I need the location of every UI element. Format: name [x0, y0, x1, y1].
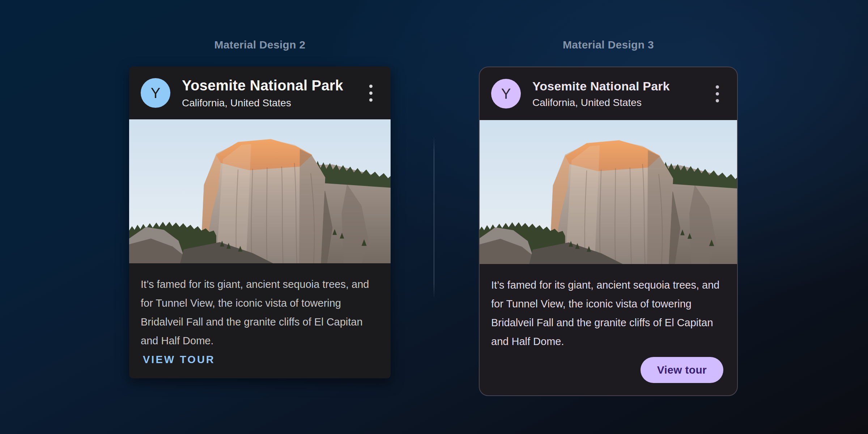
card-media [129, 119, 391, 263]
avatar-letter: Y [501, 86, 511, 102]
md2-card: Y Yosemite National Park California, Uni… [129, 67, 391, 378]
avatar: Y [491, 79, 521, 109]
card-title: Yosemite National Park [532, 79, 670, 93]
card-actions: VIEW TOUR [129, 350, 391, 378]
card-subtitle: California, United States [182, 97, 343, 109]
view-tour-text-button[interactable]: VIEW TOUR [141, 350, 217, 369]
card-description: It’s famed for its giant, ancient sequoi… [491, 276, 725, 351]
half-dome-photo [129, 119, 391, 263]
card-header: Y Yosemite National Park California, Uni… [129, 67, 391, 119]
half-dome-photo [480, 120, 737, 264]
vertical-divider [434, 136, 434, 299]
header-text: Yosemite National Park California, Unite… [532, 79, 670, 109]
card-actions: View tour [480, 357, 737, 395]
more-options-button[interactable] [366, 81, 376, 105]
canvas-background: Material Design 2 Material Design 3 Y Yo… [0, 0, 868, 434]
card-header: Y Yosemite National Park California, Uni… [480, 67, 737, 120]
avatar-letter: Y [151, 85, 161, 101]
header-text: Yosemite National Park California, Unite… [182, 77, 343, 109]
md3-section-label: Material Design 3 [479, 38, 738, 52]
kebab-menu-icon [716, 85, 719, 102]
card-media [480, 120, 737, 264]
card-subtitle: California, United States [532, 97, 670, 109]
kebab-menu-icon [369, 85, 373, 102]
card-title: Yosemite National Park [182, 77, 343, 94]
md2-section-label: Material Design 2 [129, 38, 391, 52]
more-options-button[interactable] [712, 82, 723, 106]
view-tour-filled-button[interactable]: View tour [641, 357, 723, 383]
avatar: Y [141, 78, 170, 108]
md3-card: Y Yosemite National Park California, Uni… [479, 67, 738, 396]
card-description: It’s famed for its giant, ancient sequoi… [141, 275, 378, 350]
